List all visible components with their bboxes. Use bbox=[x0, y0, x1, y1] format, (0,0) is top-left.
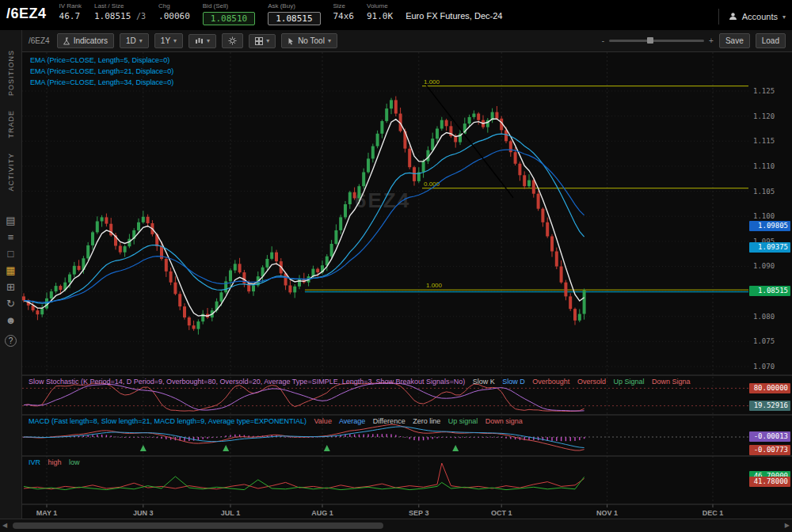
iv-rank-stat: IV Rank 46.7 bbox=[59, 2, 82, 23]
macd-legend-upsignal: Up signal bbox=[448, 417, 478, 425]
sidebar-tab-trade[interactable]: TRADE bbox=[7, 110, 15, 139]
sidebar-tab-activity[interactable]: ACTIVITY bbox=[7, 153, 15, 192]
ask-button[interactable]: 1.08515 bbox=[268, 12, 320, 25]
scroll-right-icon[interactable]: ▶ bbox=[785, 522, 790, 529]
scroll-left-icon[interactable]: ◀ bbox=[2, 522, 7, 529]
chart-canvas[interactable]: 1.1251.1201.1151.1101.1051.1001.0951.090… bbox=[22, 52, 792, 519]
ivr-legend-low: low bbox=[69, 458, 80, 466]
chevron-down-icon: ▾ bbox=[207, 37, 210, 44]
refresh-icon[interactable]: ↻ bbox=[4, 298, 18, 310]
save-button[interactable]: Save bbox=[719, 33, 750, 48]
bid-stat: Bid (Sell) 1.08510 bbox=[203, 2, 255, 25]
range-value: 1Y bbox=[161, 36, 170, 45]
load-button[interactable]: Load bbox=[756, 33, 786, 48]
svg-text:SEP 3: SEP 3 bbox=[409, 509, 428, 517]
iv-rank-label: IV Rank bbox=[59, 2, 82, 10]
stoch-legend-downsignal: Down Signa bbox=[652, 378, 691, 386]
indicators-label: Indicators bbox=[74, 36, 108, 45]
size-value: 74x6 bbox=[333, 10, 355, 23]
chg-stat: Chg .00060 bbox=[158, 2, 190, 23]
svg-text:1.075: 1.075 bbox=[753, 337, 775, 345]
ema5-study-label[interactable]: EMA (Price=CLOSE, Length=5, Displace=0) bbox=[30, 55, 173, 66]
range-dropdown[interactable]: 1Y ▾ bbox=[154, 33, 183, 48]
volume-label: Volume bbox=[367, 2, 393, 10]
ivr-legend-row: IVR high low bbox=[29, 458, 86, 466]
svg-text:AUG 1: AUG 1 bbox=[311, 509, 333, 517]
chevron-down-icon: ▾ bbox=[782, 13, 786, 21]
trading-app: /6EZ4 IV Rank 46.7 Last / Size 1.08515 /… bbox=[0, 0, 792, 532]
svg-text:1.110: 1.110 bbox=[753, 162, 775, 170]
header: /6EZ4 IV Rank 46.7 Last / Size 1.08515 /… bbox=[0, 0, 792, 30]
zoom-out-button[interactable]: - bbox=[602, 36, 604, 45]
quotes-icon[interactable]: ▤ bbox=[4, 215, 18, 226]
svg-text:NOV 1: NOV 1 bbox=[596, 509, 618, 517]
macd-legend-zeroline: Zero line bbox=[413, 417, 440, 425]
stoch-study-label[interactable]: Slow Stochastic (K Period=14, D Period=9… bbox=[29, 378, 465, 386]
ivr-study-label[interactable]: IVR bbox=[29, 458, 40, 466]
timeframe-dropdown[interactable]: 1D ▾ bbox=[120, 33, 149, 48]
iv-rank-value: 46.7 bbox=[59, 10, 82, 23]
chart-icon[interactable]: ▦ bbox=[4, 264, 18, 276]
indicators-button[interactable]: Indicators bbox=[57, 33, 114, 48]
svg-text:1.080: 1.080 bbox=[753, 313, 775, 321]
ema34-study-label[interactable]: EMA (Price=CLOSE, Length=34, Displace=0) bbox=[30, 77, 173, 88]
price-bubble-ema21: 1.09375 bbox=[749, 242, 790, 253]
last-size-stat: Last / Size 1.08515 /3 bbox=[94, 2, 146, 23]
box-icon[interactable]: □ bbox=[4, 248, 18, 260]
last-size-suffix: /3 bbox=[136, 12, 146, 21]
chart-type-dropdown[interactable]: ▾ bbox=[188, 34, 216, 48]
macd-legend-difference: Difference bbox=[373, 417, 406, 425]
ivr-legend-high: high bbox=[48, 458, 62, 466]
svg-text:1.100: 1.100 bbox=[753, 212, 775, 220]
svg-text:MAY 1: MAY 1 bbox=[36, 509, 58, 517]
svg-text:1.125: 1.125 bbox=[753, 87, 775, 95]
list-icon[interactable]: ≡ bbox=[4, 231, 18, 243]
chart-area: 1.1251.1201.1151.1101.1051.1001.0951.090… bbox=[22, 52, 792, 519]
macd-legend-value: Value bbox=[314, 417, 332, 425]
macd-legend-average: Average bbox=[339, 417, 365, 425]
chevron-down-icon: ▾ bbox=[266, 37, 269, 44]
stoch-bubble-overbought: 80.00000 bbox=[749, 383, 790, 393]
body: POSITIONS TRADE ACTIVITY ▤ ≡ □ ▦ ⊞ ↻ ☻ ?… bbox=[0, 30, 792, 519]
zoom-slider[interactable] bbox=[609, 40, 704, 42]
zoom-controls: - + bbox=[602, 36, 714, 45]
svg-text:JUN 3: JUN 3 bbox=[133, 509, 154, 517]
settings-button[interactable] bbox=[222, 33, 243, 48]
volume-value: 91.0K bbox=[367, 10, 393, 23]
svg-text:1.070: 1.070 bbox=[753, 363, 775, 370]
stoch-legend-row: Slow Stochastic (K Period=14, D Period=9… bbox=[29, 378, 695, 386]
sidebar-icons: ▤ ≡ □ ▦ ⊞ ↻ ☻ ? bbox=[4, 212, 18, 347]
macd-bubble-diff: -0.00013 bbox=[749, 431, 790, 442]
drawing-tool-dropdown[interactable]: No Tool ▾ bbox=[281, 33, 337, 48]
volume-stat: Volume 91.0K bbox=[367, 2, 393, 23]
ask-stat: Ask (Buy) 1.08515 bbox=[268, 2, 320, 25]
stoch-legend-oversold: Oversold bbox=[577, 378, 606, 386]
grid-icon[interactable]: ⊞ bbox=[4, 281, 18, 293]
accounts-menu[interactable]: Accounts ▾ bbox=[718, 9, 786, 25]
ema21-study-label[interactable]: EMA (Price=CLOSE, Length=21, Displace=0) bbox=[30, 66, 173, 77]
toolbar-symbol: /6EZ4 bbox=[29, 36, 50, 45]
person-icon bbox=[729, 12, 737, 22]
macd-study-label[interactable]: MACD (Fast length=8, Slow length=21, MAC… bbox=[29, 417, 307, 425]
help-icon[interactable]: ? bbox=[5, 335, 17, 347]
zoom-slider-handle[interactable] bbox=[647, 37, 653, 44]
layout-dropdown[interactable]: ▾ bbox=[249, 34, 276, 48]
stoch-legend-slowk: Slow K bbox=[473, 378, 495, 386]
sidebar-tab-positions[interactable]: POSITIONS bbox=[7, 50, 15, 96]
chart-module: /6EZ4 Indicators 1D ▾ 1Y ▾ bbox=[22, 30, 792, 519]
instrument-description: Euro FX Futures, Dec-24 bbox=[406, 11, 502, 21]
symbol-title: /6EZ4 bbox=[6, 6, 47, 22]
chevron-down-icon: ▾ bbox=[173, 37, 177, 44]
stoch-legend-upsignal: Up Signal bbox=[613, 378, 644, 386]
horizontal-scrollbar[interactable]: ◀ ▶ bbox=[0, 519, 792, 532]
size-stat: Size 74x6 bbox=[333, 2, 355, 23]
zoom-in-button[interactable]: + bbox=[709, 36, 714, 45]
stoch-bubble-current: 19.52916 bbox=[749, 401, 790, 411]
users-icon[interactable]: ☻ bbox=[4, 314, 18, 326]
scrollbar-handle[interactable] bbox=[13, 522, 383, 529]
bid-button[interactable]: 1.08510 bbox=[203, 12, 255, 25]
cursor-icon bbox=[287, 37, 295, 45]
timeframe-value: 1D bbox=[126, 36, 136, 45]
svg-text:JUL 1: JUL 1 bbox=[221, 509, 240, 517]
chevron-down-icon: ▾ bbox=[328, 37, 331, 44]
